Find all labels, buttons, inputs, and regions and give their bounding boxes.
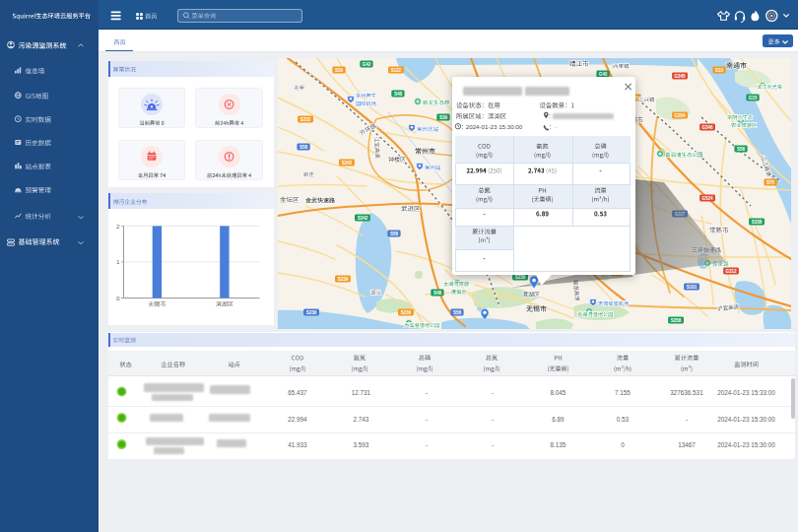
svg-text:1: 1 [116,258,120,265]
svg-text:2: 2 [116,223,120,230]
svg-text:0: 0 [116,295,120,301]
